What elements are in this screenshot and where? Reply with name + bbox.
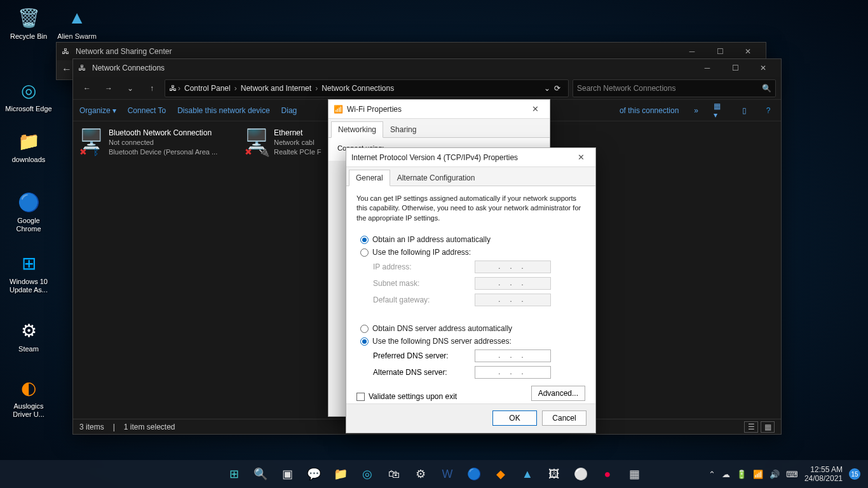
app-button[interactable]: ▲ bbox=[515, 462, 539, 486]
diagnose-button[interactable]: Diag bbox=[281, 106, 297, 115]
radio-use-ip[interactable]: Use the following IP address: bbox=[360, 246, 581, 259]
tray-onedrive-icon[interactable]: ☁ bbox=[722, 470, 730, 479]
view-icon[interactable]: ▦ ▾ bbox=[714, 104, 726, 117]
organize-button[interactable]: Organize ▾ bbox=[79, 106, 116, 115]
minimize-button[interactable]: ─ bbox=[678, 43, 706, 60]
app-button[interactable]: ⚪ bbox=[569, 462, 593, 486]
windows-icon: ⊞ bbox=[16, 250, 41, 276]
tray-time: 12:55 AM bbox=[804, 465, 843, 474]
app-button[interactable]: ◆ bbox=[489, 462, 513, 486]
maximize-button[interactable]: ☐ bbox=[721, 59, 749, 77]
dialog-description: You can get IP settings assigned automat… bbox=[356, 194, 585, 223]
breadcrumb-item[interactable]: Network Connections bbox=[319, 84, 397, 93]
desktop-icon-label: Microsoft Edge bbox=[5, 105, 52, 113]
nav-forward-icon[interactable]: → bbox=[100, 79, 118, 97]
disable-device-button[interactable]: Disable this network device bbox=[177, 106, 269, 115]
desktop-icon-label: Google Chrome bbox=[5, 217, 52, 233]
radio-icon bbox=[360, 325, 369, 333]
search-button[interactable]: 🔍 bbox=[248, 462, 273, 486]
app-button[interactable]: ● bbox=[595, 462, 620, 486]
status-item-count: 3 items bbox=[79, 423, 104, 431]
maximize-button[interactable]: ☐ bbox=[706, 43, 734, 60]
preferred-dns-label: Preferred DNS server: bbox=[373, 351, 475, 360]
desktop-icon-edge[interactable]: ◎ Microsoft Edge bbox=[5, 78, 52, 113]
tab-alternate-config[interactable]: Alternate Configuration bbox=[390, 170, 482, 186]
desktop-icon-label: Steam bbox=[5, 345, 52, 353]
desktop-icon-steam[interactable]: ⚙ Steam bbox=[5, 318, 52, 353]
preview-pane-icon[interactable]: ▯ bbox=[738, 104, 750, 117]
radio-obtain-dns-auto[interactable]: Obtain DNS server address automatically bbox=[360, 322, 581, 335]
tray-battery-icon[interactable]: 🔋 bbox=[736, 470, 747, 479]
folder-icon: 📁 bbox=[16, 128, 41, 154]
connection-name: Ethernet bbox=[274, 128, 322, 138]
notification-badge[interactable]: 15 bbox=[849, 468, 860, 480]
tray-volume-icon[interactable]: 🔊 bbox=[770, 470, 780, 479]
settings-button[interactable]: ⚙ bbox=[409, 462, 433, 486]
tray-wifi-icon[interactable]: 📶 bbox=[753, 470, 763, 479]
view-large-button[interactable]: ▦ bbox=[761, 421, 775, 433]
desktop-icon-recycle-bin[interactable]: 🗑️ Recycle Bin bbox=[5, 5, 52, 41]
desktop-icon-alien-swarm[interactable]: ▲ Alien Swarm bbox=[53, 5, 100, 41]
connection-device: Realtek PCIe F bbox=[274, 147, 322, 157]
tray-language-icon[interactable]: ⌨ bbox=[786, 470, 798, 479]
tray-chevron-icon[interactable]: ⌃ bbox=[709, 470, 715, 479]
ok-button[interactable]: OK bbox=[492, 410, 537, 426]
radio-label: Use the following IP address: bbox=[372, 248, 471, 257]
nav-back-icon[interactable]: ← bbox=[78, 79, 96, 97]
desktop-icon-chrome[interactable]: 🔵 Google Chrome bbox=[5, 189, 52, 233]
radio-use-dns[interactable]: Use the following DNS server addresses: bbox=[360, 335, 581, 348]
edge-button[interactable]: ◎ bbox=[355, 462, 379, 486]
desktop-icon-label: Auslogics Driver U... bbox=[5, 402, 52, 419]
breadcrumb-item[interactable]: Network and Internet bbox=[238, 84, 314, 93]
edge-icon: ◎ bbox=[16, 78, 41, 103]
preferred-dns-input[interactable]: . . . bbox=[475, 349, 551, 362]
nav-dropdown-icon[interactable]: ⌄ bbox=[121, 79, 139, 97]
address-bar[interactable]: 🖧 › Control Panel › Network and Internet… bbox=[165, 79, 569, 97]
validate-checkbox[interactable] bbox=[356, 393, 365, 401]
tray-clock[interactable]: 12:55 AM 24/08/2021 bbox=[804, 465, 843, 484]
radio-icon bbox=[360, 236, 369, 244]
radio-label: Obtain an IP address automatically bbox=[372, 235, 491, 244]
ip-address-label: IP address: bbox=[373, 262, 475, 271]
close-button[interactable]: ✕ bbox=[571, 152, 590, 162]
start-button[interactable]: ⊞ bbox=[222, 462, 246, 486]
task-view-button[interactable]: ▣ bbox=[275, 462, 299, 486]
view-details-button[interactable]: ☰ bbox=[744, 421, 758, 433]
breadcrumb-item[interactable]: Control Panel bbox=[182, 84, 233, 93]
desktop-icon-auslogics[interactable]: ◐ Auslogics Driver U... bbox=[5, 375, 52, 419]
radio-icon bbox=[360, 337, 369, 346]
desktop-icon-win10-update[interactable]: ⊞ Windows 10 Update As... bbox=[5, 250, 52, 294]
tab-sharing[interactable]: Sharing bbox=[383, 121, 423, 137]
search-input[interactable]: Search Network Connections 🔍 bbox=[573, 79, 776, 97]
app-button[interactable]: 🖼 bbox=[542, 462, 566, 486]
radio-obtain-ip-auto[interactable]: Obtain an IP address automatically bbox=[360, 233, 581, 246]
desktop-icon-downloads[interactable]: 📁 downloads bbox=[5, 128, 52, 164]
word-button[interactable]: W bbox=[435, 462, 459, 486]
alternate-dns-input[interactable]: . . . bbox=[475, 366, 551, 379]
refresh-icon[interactable]: ⟳ bbox=[550, 84, 564, 93]
minimize-button[interactable]: ─ bbox=[693, 59, 721, 77]
default-gateway-label: Default gateway: bbox=[373, 295, 475, 304]
close-button[interactable]: ✕ bbox=[749, 59, 777, 77]
close-button[interactable]: ✕ bbox=[734, 43, 762, 60]
back-arrow-icon[interactable]: ← bbox=[62, 64, 72, 75]
game-icon: ▲ bbox=[64, 5, 90, 30]
chrome-button[interactable]: 🔵 bbox=[462, 462, 486, 486]
connection-name: Bluetooth Network Connection bbox=[109, 128, 217, 138]
help-icon[interactable]: ? bbox=[762, 104, 775, 117]
advanced-button[interactable]: Advanced... bbox=[531, 386, 585, 401]
nav-up-icon[interactable]: ↑ bbox=[143, 79, 161, 97]
window-title: Network and Sharing Center bbox=[76, 47, 678, 56]
tab-networking[interactable]: Networking bbox=[331, 121, 383, 138]
store-button[interactable]: 🛍 bbox=[382, 462, 406, 486]
connect-to-button[interactable]: Connect To bbox=[128, 106, 166, 115]
cancel-button[interactable]: Cancel bbox=[542, 410, 587, 426]
app-button[interactable]: ▦ bbox=[622, 462, 646, 486]
more-icon[interactable]: » bbox=[690, 106, 702, 115]
chevron-down-icon[interactable]: ⌄ bbox=[544, 84, 550, 93]
file-explorer-button[interactable]: 📁 bbox=[329, 462, 353, 486]
tab-general[interactable]: General bbox=[349, 170, 390, 186]
close-button[interactable]: ✕ bbox=[526, 104, 545, 114]
chat-button[interactable]: 💬 bbox=[302, 462, 326, 486]
connection-item-bluetooth[interactable]: 🖥️ ✖ ᛒ Bluetooth Network Connection Not … bbox=[79, 128, 232, 157]
